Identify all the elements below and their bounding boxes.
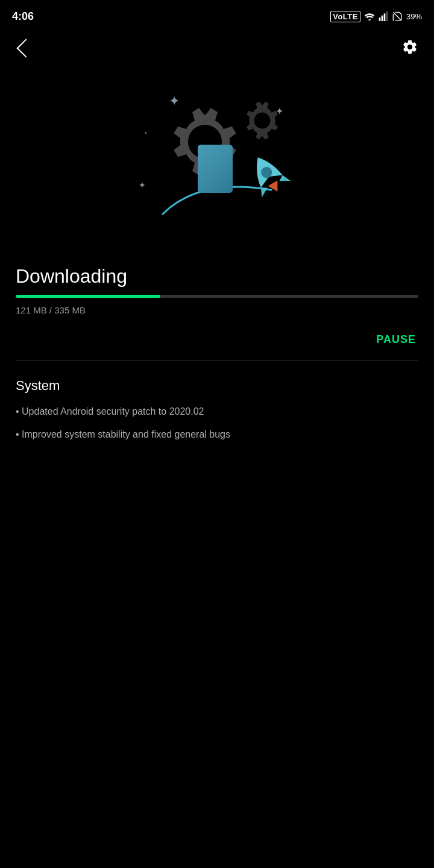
release-note-item-1: Updated Android security patch to 2020.0… — [16, 404, 418, 419]
svg-rect-3 — [386, 11, 388, 21]
phone-icon — [198, 145, 233, 193]
hero-illustration: ✦ ✦ ✦ • — [0, 66, 434, 259]
download-section: Downloading 121 MB / 335 MB PAUSE — [0, 259, 434, 346]
pause-label[interactable]: PAUSE — [376, 333, 416, 346]
release-note-item-2: Improved system stability and fixed gene… — [16, 427, 418, 442]
illustration-container: ✦ ✦ ✦ • — [133, 87, 301, 226]
progress-bar — [16, 295, 418, 298]
rocket-icon — [241, 151, 295, 202]
back-button[interactable] — [12, 36, 36, 60]
status-bar: 4:06 VoLTE 39% — [0, 0, 434, 30]
download-title: Downloading — [16, 265, 418, 288]
sparkle-icon-3: ✦ — [139, 180, 146, 190]
nosim-icon — [392, 11, 403, 21]
signal-icon — [379, 11, 388, 21]
svg-rect-2 — [384, 13, 386, 21]
pause-button-container[interactable]: PAUSE — [16, 333, 418, 346]
release-notes-section: System Updated Android security patch to… — [0, 378, 434, 442]
status-time: 4:06 — [12, 10, 34, 23]
svg-rect-1 — [382, 16, 383, 21]
volte-icon: VoLTE — [330, 11, 360, 22]
battery-percent: 39% — [406, 12, 422, 21]
svg-rect-0 — [379, 17, 381, 21]
status-icons: VoLTE 39% — [330, 11, 422, 22]
release-notes-title: System — [16, 378, 418, 394]
progress-size: 121 MB / 335 MB — [16, 305, 418, 315]
section-divider — [16, 360, 418, 361]
gear-icon — [401, 39, 418, 58]
back-arrow-icon — [16, 39, 35, 57]
wifi-icon — [364, 12, 375, 20]
progress-bar-fill — [16, 295, 160, 298]
sparkle-icon-4: • — [145, 130, 147, 136]
settings-button[interactable] — [398, 36, 422, 60]
gear-small-icon — [235, 93, 289, 148]
top-nav — [0, 30, 434, 66]
